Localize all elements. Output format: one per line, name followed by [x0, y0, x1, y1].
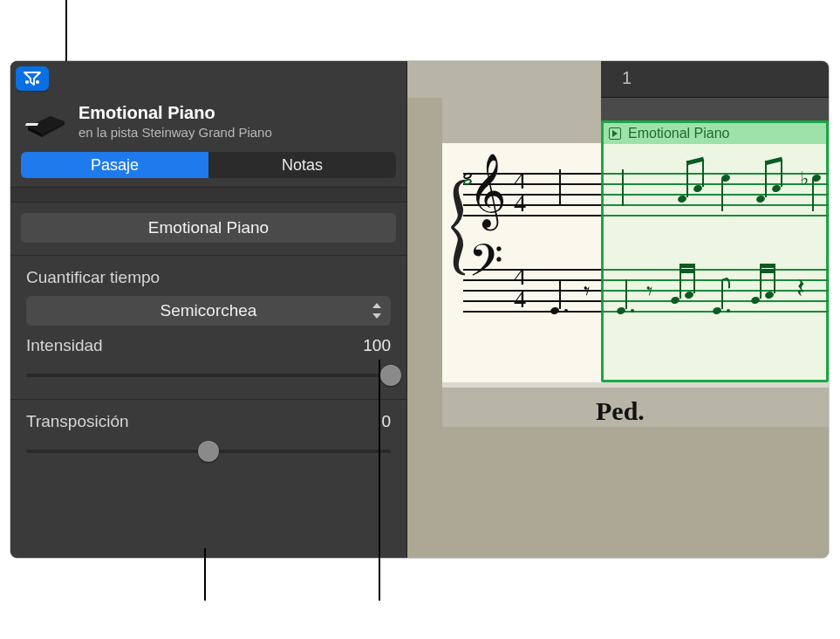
strength-slider[interactable] [26, 366, 391, 385]
treble-staff: 𝄞 4 4 [463, 173, 829, 216]
pedal-marking: Ped. [596, 396, 645, 426]
region-name-label: Emotional Piano [628, 126, 730, 141]
transpose-slider[interactable] [26, 442, 391, 461]
score-area: 1 Emotional Piano 𝄔 [407, 61, 829, 558]
quantize-value: Semicorchea [160, 301, 257, 320]
tab-region[interactable]: Pasaje [21, 152, 208, 178]
strength-value: 100 [363, 336, 391, 355]
note-stem [812, 178, 814, 211]
note-stem [702, 161, 704, 187]
note-stem [622, 169, 624, 206]
dot [564, 309, 568, 313]
time-signature: 4 4 [514, 169, 526, 215]
transpose-section: Transposición 0 [10, 399, 406, 484]
ruler-bar-1: 1 [622, 68, 632, 88]
region-name-field[interactable]: Emotional Piano [21, 213, 396, 243]
strength-label: Intensidad [26, 336, 103, 355]
quantize-section: Cuantificar tiempo Semicorchea Intensida… [10, 255, 406, 399]
inspector-toolbar [10, 61, 406, 96]
svg-rect-5 [25, 123, 39, 126]
note-stem [686, 161, 688, 197]
treble-clef-icon: 𝄞 [468, 154, 507, 229]
slider-thumb[interactable] [380, 365, 401, 386]
timesig-bottom: 4 [514, 288, 526, 311]
note-stem [781, 161, 782, 187]
quantize-label: Cuantificar tiempo [26, 268, 391, 287]
callout-line-top [65, 0, 67, 61]
flat-accidental-icon: ♭ [800, 168, 809, 190]
slider-thumb[interactable] [198, 441, 219, 462]
svg-point-1 [25, 80, 29, 84]
beam [680, 269, 695, 273]
play-icon [609, 127, 621, 140]
transpose-value: 0 [381, 412, 391, 431]
beam [760, 269, 775, 273]
callout-line-quantize [379, 360, 380, 601]
svg-point-0 [36, 80, 39, 84]
dot [631, 309, 634, 313]
inspector-panel: Emotional Piano en la pista Steinway Gra… [10, 61, 407, 558]
note-stem [765, 161, 767, 197]
page-bottom-margin [407, 427, 829, 558]
bass-clef-icon: 𝄢 [468, 236, 503, 298]
region-header: Emotional Piano en la pista Steinway Gra… [10, 96, 406, 148]
dot [727, 309, 730, 313]
chevron-updown-icon [372, 303, 382, 319]
time-signature: 4 4 [514, 265, 526, 311]
beam [760, 264, 775, 268]
note-stem [721, 178, 723, 211]
timesig-bottom: 4 [514, 192, 526, 215]
page-shadow [442, 382, 829, 388]
score-editor-panel: Emotional Piano en la pista Steinway Gra… [10, 61, 829, 558]
filter-button[interactable] [16, 66, 49, 91]
subtitle-prefix: en la pista [79, 125, 142, 140]
beam [680, 264, 695, 268]
note-stem [559, 279, 561, 309]
tab-notes[interactable]: Notas [208, 152, 396, 178]
filter-icon [24, 72, 41, 86]
slider-track [26, 374, 391, 377]
transpose-label: Transposición [26, 412, 129, 431]
bar-ruler[interactable]: 1 [601, 61, 829, 98]
region-header-bar: Emotional Piano [604, 123, 826, 144]
callout-line-transpose [204, 548, 206, 601]
note-stem [625, 279, 627, 309]
note-stem [559, 169, 561, 204]
region-subtitle: en la pista Steinway Grand Piano [79, 125, 393, 140]
bass-staff: 𝄢 4 4 𝄾 𝄾 [463, 269, 829, 313]
grand-staff: 𝄔 𝄞 4 4 [463, 173, 829, 365]
quantize-popup[interactable]: Semicorchea [26, 296, 391, 326]
region-title: Emotional Piano [79, 103, 393, 123]
section-divider [10, 187, 406, 203]
piano-icon [24, 104, 66, 139]
track-name: Steinway Grand Piano [142, 125, 272, 140]
inspector-tabs: Pasaje Notas [21, 152, 396, 178]
